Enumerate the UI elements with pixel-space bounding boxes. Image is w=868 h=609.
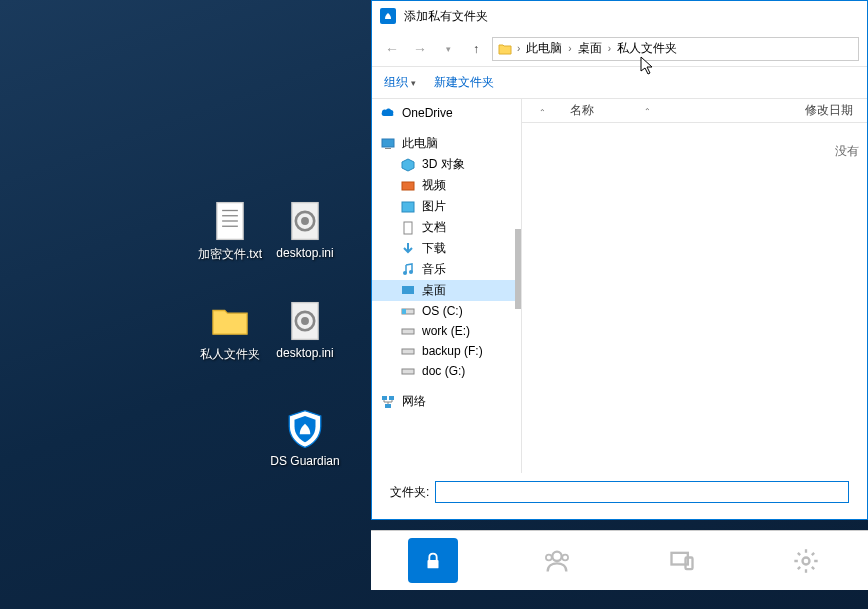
column-headers: ⌃ 名称⌃ 修改日期 <box>522 99 867 123</box>
desktop-icon-label: desktop.ini <box>276 246 333 260</box>
dialog-title: 添加私有文件夹 <box>404 8 488 25</box>
breadcrumb-item[interactable]: 桌面 <box>576 40 604 57</box>
column-header-name[interactable]: 名称⌃ <box>562 102 797 119</box>
dialog-titlebar[interactable]: 添加私有文件夹 <box>372 1 867 31</box>
svg-point-10 <box>301 317 309 325</box>
tree-item-label: OneDrive <box>402 106 453 120</box>
tab-lock[interactable] <box>408 538 458 583</box>
history-dropdown[interactable]: ▾ <box>436 37 460 61</box>
tree-item-pictures[interactable]: 图片 <box>372 196 521 217</box>
tree-item-label: 桌面 <box>422 282 446 299</box>
address-bar[interactable]: › 此电脑 › 桌面 › 私人文件夹 <box>492 37 859 61</box>
text-file-icon <box>209 200 251 242</box>
organize-button[interactable]: 组织 <box>384 74 416 91</box>
tree-item-desktop[interactable]: 桌面 <box>372 280 521 301</box>
tree-item-drive-g[interactable]: doc (G:) <box>372 361 521 381</box>
svg-rect-15 <box>404 222 412 234</box>
desktop-icon-label: DS Guardian <box>270 454 339 468</box>
tree-item-label: 3D 对象 <box>422 156 465 173</box>
app-tab-bar <box>371 530 868 590</box>
ini-file-icon <box>284 300 326 342</box>
tree-item-label: 下载 <box>422 240 446 257</box>
tree-item-drive-f[interactable]: backup (F:) <box>372 341 521 361</box>
desktop-icon-folder[interactable]: 私人文件夹 <box>195 300 265 363</box>
tree-item-label: 视频 <box>422 177 446 194</box>
up-button[interactable]: ↑ <box>464 37 488 61</box>
desktop-icon-label: 私人文件夹 <box>200 346 260 363</box>
cloud-icon <box>380 105 396 121</box>
tree-item-documents[interactable]: 文档 <box>372 217 521 238</box>
svg-rect-22 <box>402 349 414 354</box>
desktop-icon-file[interactable]: 加密文件.txt <box>195 200 265 263</box>
chevron-right-icon: › <box>517 43 520 54</box>
desktop-icon-file[interactable]: desktop.ini <box>270 200 340 260</box>
scrollbar-thumb[interactable] <box>515 229 521 309</box>
folder-picker-dialog: 添加私有文件夹 ← → ▾ ↑ › 此电脑 › 桌面 › 私人文件夹 组织 新建… <box>371 0 868 520</box>
chevron-right-icon: › <box>608 43 611 54</box>
dialog-body: OneDrive 此电脑 3D 对象 视频 图片 <box>372 99 867 473</box>
svg-point-16 <box>403 271 407 275</box>
breadcrumb-item[interactable]: 私人文件夹 <box>615 40 679 57</box>
network-icon <box>380 394 396 410</box>
new-folder-button[interactable]: 新建文件夹 <box>434 74 494 91</box>
tree-item-label: 文档 <box>422 219 446 236</box>
desktop-icon-app[interactable]: DS Guardian <box>270 408 340 468</box>
desktop-background: 加密文件.txt desktop.ini 私人文件夹 desktop.ini D… <box>0 0 868 609</box>
tree-item-onedrive[interactable]: OneDrive <box>372 103 521 123</box>
svg-rect-21 <box>402 329 414 334</box>
svg-point-7 <box>301 217 309 225</box>
dialog-footer: 文件夹: <box>372 473 867 519</box>
svg-rect-14 <box>402 202 414 212</box>
devices-icon <box>668 547 696 575</box>
svg-rect-23 <box>402 369 414 374</box>
tab-users[interactable] <box>532 538 582 583</box>
svg-rect-27 <box>428 560 439 568</box>
column-header-modified[interactable]: 修改日期 <box>797 102 867 119</box>
folder-label: 文件夹: <box>390 484 429 501</box>
users-icon <box>543 547 571 575</box>
tree-item-music[interactable]: 音乐 <box>372 259 521 280</box>
navigation-bar: ← → ▾ ↑ › 此电脑 › 桌面 › 私人文件夹 <box>372 31 867 67</box>
tree-item-label: OS (C:) <box>422 304 463 318</box>
download-icon <box>400 241 416 257</box>
tree-item-3d[interactable]: 3D 对象 <box>372 154 521 175</box>
folder-icon <box>209 300 251 342</box>
drive-icon <box>400 343 416 359</box>
svg-rect-12 <box>385 148 391 149</box>
tree-item-drive-c[interactable]: OS (C:) <box>372 301 521 321</box>
desktop-icon-label: desktop.ini <box>276 346 333 360</box>
tree-item-network[interactable]: 网络 <box>372 391 521 412</box>
empty-message: 没有 <box>522 123 867 473</box>
lock-icon <box>422 549 444 573</box>
app-icon <box>380 8 396 24</box>
forward-button[interactable]: → <box>408 37 432 61</box>
tree-item-thispc[interactable]: 此电脑 <box>372 133 521 154</box>
tree-item-label: 音乐 <box>422 261 446 278</box>
svg-point-28 <box>553 551 562 560</box>
cube-icon <box>400 157 416 173</box>
breadcrumb-item[interactable]: 此电脑 <box>524 40 564 57</box>
svg-point-33 <box>802 557 809 564</box>
folder-input[interactable] <box>435 481 849 503</box>
svg-rect-20 <box>402 309 406 314</box>
tree-item-drive-e[interactable]: work (E:) <box>372 321 521 341</box>
tree-item-label: 网络 <box>402 393 426 410</box>
tree-item-label: work (E:) <box>422 324 470 338</box>
file-list[interactable]: 没有 <box>522 123 867 473</box>
ini-file-icon <box>284 200 326 242</box>
navigation-tree[interactable]: OneDrive 此电脑 3D 对象 视频 图片 <box>372 99 522 473</box>
image-icon <box>400 199 416 215</box>
gear-icon <box>792 547 820 575</box>
tab-devices[interactable] <box>657 538 707 583</box>
music-icon <box>400 262 416 278</box>
tree-item-label: 图片 <box>422 198 446 215</box>
tab-settings[interactable] <box>781 538 831 583</box>
shield-icon <box>284 408 326 450</box>
svg-rect-13 <box>402 182 414 190</box>
tree-item-videos[interactable]: 视频 <box>372 175 521 196</box>
back-button[interactable]: ← <box>380 37 404 61</box>
desktop-icon <box>400 283 416 299</box>
tree-item-downloads[interactable]: 下载 <box>372 238 521 259</box>
svg-rect-18 <box>402 286 414 294</box>
desktop-icon-file[interactable]: desktop.ini <box>270 300 340 360</box>
